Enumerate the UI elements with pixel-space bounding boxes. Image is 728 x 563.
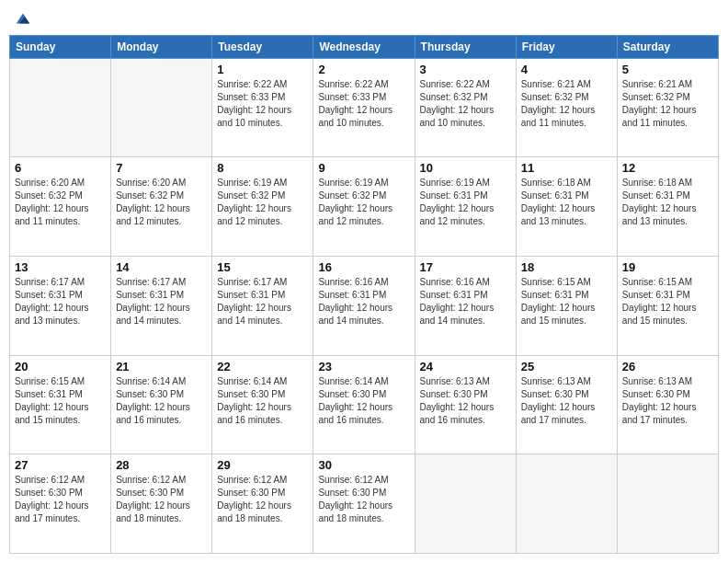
day-header-thursday: Thursday xyxy=(415,35,516,58)
calendar-cell: 29Sunrise: 6:12 AMSunset: 6:30 PMDayligh… xyxy=(212,454,313,554)
day-number: 16 xyxy=(318,260,409,274)
day-info: Sunrise: 6:19 AMSunset: 6:32 PMDaylight:… xyxy=(217,177,308,228)
calendar-cell: 14Sunrise: 6:17 AMSunset: 6:31 PMDayligh… xyxy=(111,257,212,356)
day-number: 12 xyxy=(622,161,713,175)
calendar-cell: 17Sunrise: 6:16 AMSunset: 6:31 PMDayligh… xyxy=(415,257,516,356)
day-number: 2 xyxy=(318,63,409,76)
calendar-cell: 30Sunrise: 6:12 AMSunset: 6:30 PMDayligh… xyxy=(313,454,415,554)
day-info: Sunrise: 6:15 AMSunset: 6:31 PMDaylight:… xyxy=(622,276,713,327)
calendar-cell: 10Sunrise: 6:19 AMSunset: 6:31 PMDayligh… xyxy=(415,157,516,257)
day-number: 24 xyxy=(420,360,511,373)
day-number: 9 xyxy=(318,161,409,175)
calendar-cell: 22Sunrise: 6:14 AMSunset: 6:30 PMDayligh… xyxy=(212,355,313,454)
calendar-cell: 19Sunrise: 6:15 AMSunset: 6:31 PMDayligh… xyxy=(617,257,718,356)
calendar-cell: 11Sunrise: 6:18 AMSunset: 6:31 PMDayligh… xyxy=(516,157,617,257)
calendar-table: SundayMondayTuesdayWednesdayThursdayFrid… xyxy=(9,35,719,554)
day-number: 10 xyxy=(420,161,511,175)
day-info: Sunrise: 6:17 AMSunset: 6:31 PMDaylight:… xyxy=(217,276,308,327)
day-number: 22 xyxy=(217,360,308,373)
day-header-sunday: Sunday xyxy=(10,35,111,58)
calendar-cell xyxy=(415,454,516,554)
calendar-cell: 13Sunrise: 6:17 AMSunset: 6:31 PMDayligh… xyxy=(10,257,111,356)
calendar-cell: 16Sunrise: 6:16 AMSunset: 6:31 PMDayligh… xyxy=(313,257,415,356)
day-info: Sunrise: 6:12 AMSunset: 6:30 PMDaylight:… xyxy=(217,474,308,525)
day-number: 26 xyxy=(622,360,713,373)
calendar-cell: 3Sunrise: 6:22 AMSunset: 6:32 PMDaylight… xyxy=(415,58,516,157)
day-number: 28 xyxy=(116,458,207,472)
calendar-cell: 6Sunrise: 6:20 AMSunset: 6:32 PMDaylight… xyxy=(10,157,111,257)
calendar-cell: 2Sunrise: 6:22 AMSunset: 6:33 PMDaylight… xyxy=(313,58,415,157)
calendar-cell: 25Sunrise: 6:13 AMSunset: 6:30 PMDayligh… xyxy=(516,355,617,454)
day-header-saturday: Saturday xyxy=(617,35,718,58)
day-number: 30 xyxy=(318,458,409,472)
page: SundayMondayTuesdayWednesdayThursdayFrid… xyxy=(0,0,728,563)
day-header-monday: Monday xyxy=(111,35,212,58)
header xyxy=(9,9,719,28)
day-number: 1 xyxy=(217,63,308,76)
day-info: Sunrise: 6:12 AMSunset: 6:30 PMDaylight:… xyxy=(116,474,207,525)
day-header-wednesday: Wednesday xyxy=(313,35,415,58)
day-number: 19 xyxy=(622,260,713,274)
day-header-friday: Friday xyxy=(516,35,617,58)
day-info: Sunrise: 6:14 AMSunset: 6:30 PMDaylight:… xyxy=(116,375,207,427)
calendar-week-3: 13Sunrise: 6:17 AMSunset: 6:31 PMDayligh… xyxy=(10,257,719,356)
day-info: Sunrise: 6:13 AMSunset: 6:30 PMDaylight:… xyxy=(622,375,713,427)
calendar-cell: 23Sunrise: 6:14 AMSunset: 6:30 PMDayligh… xyxy=(313,355,415,454)
calendar-cell xyxy=(617,454,718,554)
calendar-cell: 20Sunrise: 6:15 AMSunset: 6:31 PMDayligh… xyxy=(10,355,111,454)
day-info: Sunrise: 6:13 AMSunset: 6:30 PMDaylight:… xyxy=(521,375,612,427)
day-info: Sunrise: 6:12 AMSunset: 6:30 PMDaylight:… xyxy=(15,474,106,525)
day-info: Sunrise: 6:22 AMSunset: 6:33 PMDaylight:… xyxy=(318,78,409,130)
logo-icon xyxy=(15,10,31,27)
calendar-cell: 21Sunrise: 6:14 AMSunset: 6:30 PMDayligh… xyxy=(111,355,212,454)
day-number: 13 xyxy=(15,260,106,274)
day-info: Sunrise: 6:16 AMSunset: 6:31 PMDaylight:… xyxy=(420,276,511,327)
day-number: 11 xyxy=(521,161,612,175)
day-info: Sunrise: 6:17 AMSunset: 6:31 PMDaylight:… xyxy=(15,276,106,327)
day-info: Sunrise: 6:19 AMSunset: 6:32 PMDaylight:… xyxy=(318,177,409,228)
calendar-cell: 5Sunrise: 6:21 AMSunset: 6:32 PMDaylight… xyxy=(617,58,718,157)
calendar-cell: 12Sunrise: 6:18 AMSunset: 6:31 PMDayligh… xyxy=(617,157,718,257)
day-info: Sunrise: 6:14 AMSunset: 6:30 PMDaylight:… xyxy=(217,375,308,427)
day-info: Sunrise: 6:16 AMSunset: 6:31 PMDaylight:… xyxy=(318,276,409,327)
calendar-cell: 4Sunrise: 6:21 AMSunset: 6:32 PMDaylight… xyxy=(516,58,617,157)
day-info: Sunrise: 6:12 AMSunset: 6:30 PMDaylight:… xyxy=(318,474,409,525)
calendar-week-2: 6Sunrise: 6:20 AMSunset: 6:32 PMDaylight… xyxy=(10,157,719,257)
calendar-cell: 24Sunrise: 6:13 AMSunset: 6:30 PMDayligh… xyxy=(415,355,516,454)
day-info: Sunrise: 6:20 AMSunset: 6:32 PMDaylight:… xyxy=(15,177,106,228)
day-number: 8 xyxy=(217,161,308,175)
day-number: 27 xyxy=(15,458,106,472)
calendar-cell: 18Sunrise: 6:15 AMSunset: 6:31 PMDayligh… xyxy=(516,257,617,356)
day-number: 25 xyxy=(521,360,612,373)
calendar-cell: 1Sunrise: 6:22 AMSunset: 6:33 PMDaylight… xyxy=(212,58,313,157)
day-number: 20 xyxy=(15,360,106,373)
day-number: 15 xyxy=(217,260,308,274)
day-info: Sunrise: 6:19 AMSunset: 6:31 PMDaylight:… xyxy=(420,177,511,228)
day-number: 23 xyxy=(318,360,409,373)
day-number: 4 xyxy=(521,63,612,76)
calendar-week-1: 1Sunrise: 6:22 AMSunset: 6:33 PMDaylight… xyxy=(10,58,719,157)
calendar-cell: 28Sunrise: 6:12 AMSunset: 6:30 PMDayligh… xyxy=(111,454,212,554)
day-info: Sunrise: 6:22 AMSunset: 6:33 PMDaylight:… xyxy=(217,78,308,130)
calendar-cell: 26Sunrise: 6:13 AMSunset: 6:30 PMDayligh… xyxy=(617,355,718,454)
day-number: 6 xyxy=(15,161,106,175)
day-number: 17 xyxy=(420,260,511,274)
calendar-cell xyxy=(10,58,111,157)
day-number: 29 xyxy=(217,458,308,472)
day-info: Sunrise: 6:21 AMSunset: 6:32 PMDaylight:… xyxy=(622,78,713,130)
calendar-cell xyxy=(516,454,617,554)
day-info: Sunrise: 6:15 AMSunset: 6:31 PMDaylight:… xyxy=(521,276,612,327)
day-info: Sunrise: 6:15 AMSunset: 6:31 PMDaylight:… xyxy=(15,375,106,427)
calendar-cell: 8Sunrise: 6:19 AMSunset: 6:32 PMDaylight… xyxy=(212,157,313,257)
calendar-cell: 7Sunrise: 6:20 AMSunset: 6:32 PMDaylight… xyxy=(111,157,212,257)
day-info: Sunrise: 6:17 AMSunset: 6:31 PMDaylight:… xyxy=(116,276,207,327)
day-number: 7 xyxy=(116,161,207,175)
day-number: 18 xyxy=(521,260,612,274)
day-info: Sunrise: 6:22 AMSunset: 6:32 PMDaylight:… xyxy=(420,78,511,130)
day-info: Sunrise: 6:18 AMSunset: 6:31 PMDaylight:… xyxy=(622,177,713,228)
day-header-tuesday: Tuesday xyxy=(212,35,313,58)
day-info: Sunrise: 6:13 AMSunset: 6:30 PMDaylight:… xyxy=(420,375,511,427)
calendar-week-4: 20Sunrise: 6:15 AMSunset: 6:31 PMDayligh… xyxy=(10,355,719,454)
logo xyxy=(13,9,31,28)
calendar-week-5: 27Sunrise: 6:12 AMSunset: 6:30 PMDayligh… xyxy=(10,454,719,554)
